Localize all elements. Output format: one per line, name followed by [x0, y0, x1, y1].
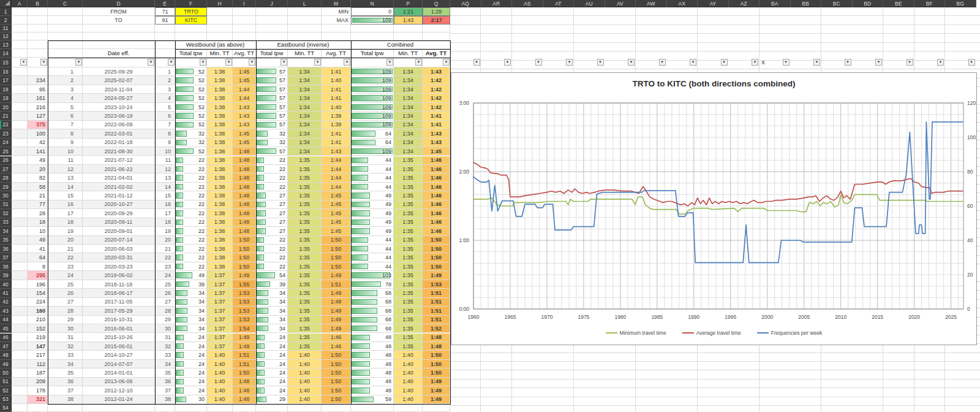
- cell-L20[interactable]: 1:34: [288, 103, 322, 112]
- column-header-AV[interactable]: AV: [605, 0, 636, 7]
- cell-E28[interactable]: 13: [155, 174, 175, 182]
- column-header-AW[interactable]: AW: [636, 0, 667, 7]
- cell-H26[interactable]: 1:38: [207, 156, 233, 165]
- cell-E40[interactable]: 25: [155, 280, 175, 289]
- cell-Q36[interactable]: 1:50: [423, 245, 450, 253]
- row-header-25[interactable]: 25: [0, 147, 12, 156]
- cell-M33[interactable]: 1:45: [322, 218, 351, 227]
- row-header-33[interactable]: 33: [0, 218, 12, 227]
- cell-Q48[interactable]: 1:50: [423, 351, 450, 359]
- cell-F22[interactable]: 52: [175, 121, 207, 129]
- row-header-16[interactable]: 16: [0, 67, 12, 76]
- cell-A25[interactable]: [12, 147, 28, 156]
- row-header-44[interactable]: 44: [0, 316, 12, 324]
- cell-J49[interactable]: 24: [256, 360, 288, 368]
- filter-dropdown-AQ[interactable]: ▼: [473, 59, 480, 66]
- row-header-20[interactable]: 20: [0, 103, 12, 112]
- cell-date-40[interactable]: 2018-11-18: [83, 280, 155, 289]
- cell-C2[interactable]: [48, 16, 83, 25]
- cell-E23[interactable]: 8: [155, 129, 175, 138]
- cell-J48[interactable]: 24: [256, 351, 288, 359]
- filter-dropdown-BB[interactable]: ▼: [813, 59, 820, 66]
- cell-Q49[interactable]: 1:50: [423, 360, 450, 368]
- cell-Q46[interactable]: 1:48: [423, 334, 450, 342]
- cell-M19[interactable]: 1:41: [322, 94, 351, 102]
- cell-J47[interactable]: 24: [256, 342, 288, 351]
- cell-N22[interactable]: 109: [351, 121, 394, 129]
- cell-C52[interactable]: 37: [48, 386, 83, 395]
- cell-M34[interactable]: 1:45: [322, 227, 351, 235]
- row-header-32[interactable]: 32: [0, 209, 12, 218]
- cell-H16[interactable]: 1:38: [207, 67, 233, 76]
- cell-P34[interactable]: 1:35: [394, 227, 423, 235]
- cell-N54[interactable]: [351, 404, 394, 412]
- cell-C48[interactable]: 33: [48, 351, 83, 359]
- cell-date-18[interactable]: 2024-11-04: [83, 85, 155, 94]
- cell-date-52[interactable]: 2012-12-10: [83, 386, 155, 395]
- cell-P44[interactable]: 1:35: [394, 316, 423, 324]
- cell-A31[interactable]: [12, 200, 28, 209]
- cell-J50[interactable]: 24: [256, 368, 288, 377]
- cell-B42[interactable]: 224: [28, 298, 48, 307]
- row-header-51[interactable]: 51: [0, 378, 12, 386]
- cell-A46[interactable]: [12, 334, 28, 342]
- cell-J31[interactable]: 27: [256, 200, 288, 209]
- cell-B28[interactable]: 82: [28, 174, 48, 182]
- cell-F43[interactable]: 34: [175, 307, 207, 315]
- column-header-L[interactable]: L: [288, 0, 322, 7]
- cell-date-32[interactable]: 2020-09-29: [83, 209, 155, 218]
- cell-C29[interactable]: 14: [48, 183, 83, 191]
- cell-L24[interactable]: 1:34: [288, 139, 322, 147]
- cell-E44[interactable]: 29: [155, 316, 175, 324]
- cell-L50[interactable]: 1:40: [288, 368, 322, 377]
- cell-F39[interactable]: 49: [175, 271, 207, 280]
- cell-F26[interactable]: 22: [175, 156, 207, 165]
- cell-H53[interactable]: 1:40: [207, 395, 233, 404]
- cell-J33[interactable]: 27: [256, 218, 288, 227]
- cell-Q23[interactable]: 1:43: [423, 129, 450, 138]
- cell-A13[interactable]: [12, 40, 28, 49]
- cell-M26[interactable]: 1:44: [322, 156, 351, 165]
- cell-I42[interactable]: 1:53: [233, 298, 256, 307]
- cell-N45[interactable]: 68: [351, 324, 394, 333]
- cell-C22[interactable]: 7: [48, 121, 83, 129]
- cell-F30[interactable]: 22: [175, 191, 207, 200]
- cell-C45[interactable]: 30: [48, 324, 83, 333]
- cell-A39[interactable]: [12, 271, 28, 280]
- cell-E37[interactable]: 22: [155, 253, 175, 262]
- cell-H2[interactable]: [207, 16, 233, 25]
- cell-B17[interactable]: 234: [28, 76, 48, 85]
- column-header-N[interactable]: N: [351, 0, 394, 7]
- cell-H51[interactable]: 1:40: [207, 378, 233, 386]
- cell-B49[interactable]: 112: [28, 360, 48, 368]
- cell-Q30[interactable]: 1:46: [423, 191, 450, 200]
- cell-A14[interactable]: [12, 49, 28, 58]
- cell-A16[interactable]: [12, 67, 28, 76]
- cell-A40[interactable]: [12, 280, 28, 289]
- cell-A45[interactable]: [12, 324, 28, 333]
- cell-A52[interactable]: [12, 386, 28, 395]
- cell-date-31[interactable]: 2020-10-27: [83, 200, 155, 209]
- cell-N18[interactable]: 109: [351, 85, 394, 94]
- cell-N44[interactable]: 68: [351, 316, 394, 324]
- cell-J2[interactable]: [256, 16, 288, 25]
- cell-F37[interactable]: 22: [175, 253, 207, 262]
- cell-N51[interactable]: 48: [351, 378, 394, 386]
- cell-B44[interactable]: 210: [28, 316, 48, 324]
- filter-dropdown-AW[interactable]: ▼: [659, 59, 666, 66]
- cell-H21[interactable]: 1:38: [207, 112, 233, 120]
- cell-M30[interactable]: 1:45: [322, 191, 351, 200]
- cell-J45[interactable]: 34: [256, 324, 288, 333]
- cell-M51[interactable]: 1:50: [322, 378, 351, 386]
- cell-L38[interactable]: 1:35: [288, 262, 322, 271]
- row-header-13[interactable]: 13: [0, 40, 12, 49]
- cell-N43[interactable]: 68: [351, 307, 394, 315]
- column-header-E[interactable]: E: [155, 0, 175, 7]
- cell-M17[interactable]: 1:40: [322, 76, 351, 85]
- cell-A11[interactable]: [12, 25, 28, 32]
- cell-date-48[interactable]: 2014-10-27: [83, 351, 155, 359]
- cell-H48[interactable]: 1:40: [207, 351, 233, 359]
- cell-P17[interactable]: 1:34: [394, 76, 423, 85]
- cell-Q39[interactable]: 1:49: [423, 271, 450, 280]
- cell-I21[interactable]: 1:43: [233, 112, 256, 120]
